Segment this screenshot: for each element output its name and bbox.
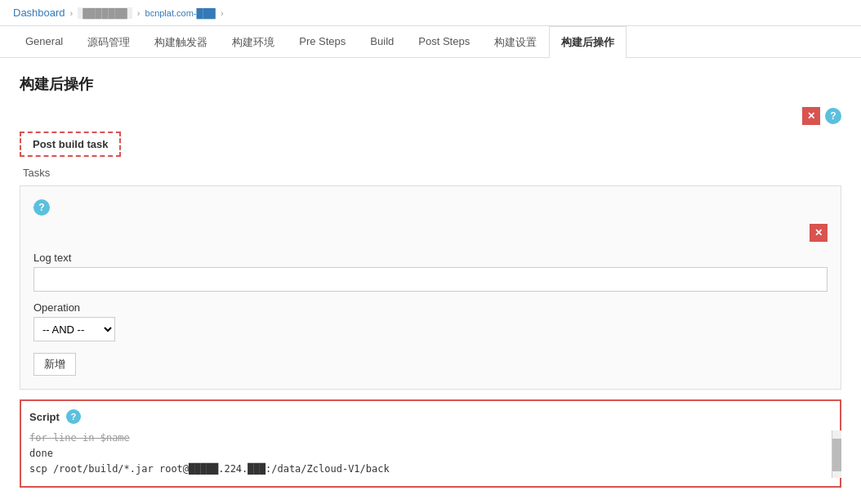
tab-presteps[interactable]: Pre Steps	[287, 26, 358, 58]
inner-x-row: ✕	[33, 224, 828, 242]
log-text-label: Log text	[33, 252, 828, 264]
tasks-inner: ? ✕ Log text Operation -- AND -- -- OR -…	[20, 185, 841, 390]
tab-settings[interactable]: 构建设置	[482, 26, 549, 58]
tasks-help-icon[interactable]: ?	[33, 199, 50, 216]
task-card-label: Post build task	[33, 138, 108, 150]
breadcrumb-item1: ███████	[78, 7, 132, 19]
breadcrumb-dashboard[interactable]: Dashboard	[13, 7, 65, 19]
tab-bar: General 源码管理 构建触发器 构建环境 Pre Steps Build …	[0, 26, 861, 58]
top-right-controls: ✕ ?	[20, 107, 841, 125]
tab-build[interactable]: Build	[358, 26, 406, 58]
tab-source[interactable]: 源码管理	[75, 26, 142, 58]
tab-poststeps[interactable]: Post Steps	[406, 26, 482, 58]
log-text-input[interactable]	[33, 267, 828, 292]
breadcrumb-sep3: ›	[221, 8, 224, 18]
breadcrumb-item2: bcnplat.com-███	[145, 8, 216, 18]
script-scrollbar[interactable]	[832, 430, 841, 478]
script-header: Script ?	[29, 409, 832, 424]
operation-label: Operation	[33, 301, 828, 314]
post-build-task-card: Post build task	[20, 132, 121, 157]
script-label: Script	[29, 411, 60, 423]
script-line1: for line in $name	[29, 430, 832, 446]
tab-trigger[interactable]: 构建触发器	[142, 26, 220, 58]
main-content: 构建后操作 ✕ ? Post build task Tasks ? ✕ Log …	[0, 58, 861, 504]
remove-task-button[interactable]: ✕	[802, 107, 820, 125]
tab-env[interactable]: 构建环境	[220, 26, 287, 58]
remove-log-button[interactable]: ✕	[810, 224, 828, 242]
script-section: Script ? for line in $name done scp /roo…	[20, 399, 841, 488]
tab-general[interactable]: General	[13, 26, 75, 58]
help-icon-top[interactable]: ?	[825, 108, 841, 124]
script-help-icon[interactable]: ?	[66, 409, 81, 424]
breadcrumb-sep1: ›	[70, 8, 74, 18]
breadcrumb: Dashboard › ███████ › bcnplat.com-███ ›	[0, 0, 861, 26]
script-content: for line in $name done scp /root/build/*…	[29, 430, 832, 478]
add-button[interactable]: 新增	[33, 353, 76, 376]
scroll-thumb[interactable]	[832, 439, 841, 471]
script-line2: done	[29, 446, 832, 462]
breadcrumb-sep2: ›	[137, 8, 141, 18]
page-title: 构建后操作	[20, 74, 841, 94]
tasks-label: Tasks	[23, 167, 841, 179]
script-line3: scp /root/build/*.jar root@█████.224.███…	[29, 462, 832, 477]
tab-postbuildaction[interactable]: 构建后操作	[549, 26, 627, 58]
tasks-help-row: ?	[33, 199, 828, 216]
operation-select[interactable]: -- AND -- -- OR --	[33, 317, 115, 341]
